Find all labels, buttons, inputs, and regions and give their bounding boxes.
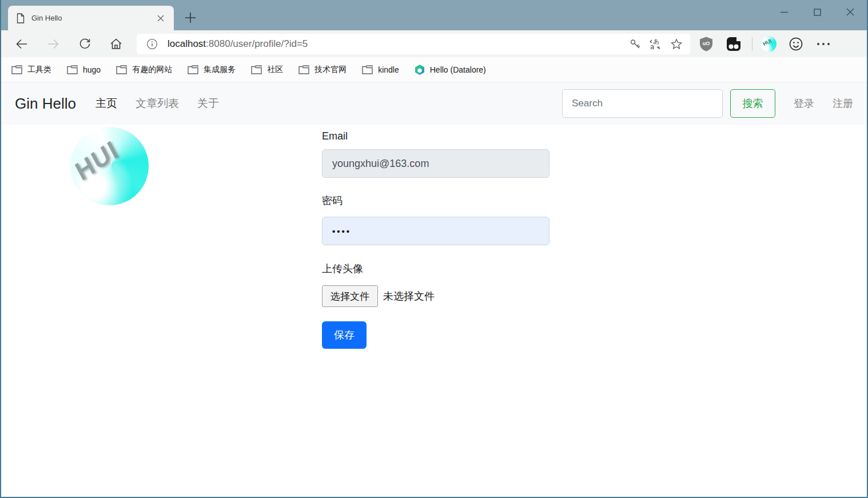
- search-button[interactable]: 搜索: [730, 89, 775, 118]
- password-label: 密码: [322, 194, 550, 208]
- url-text[interactable]: localhost:8080/user/profile/?id=5: [168, 38, 625, 50]
- site-nav-links: 主页 文章列表 关于: [95, 96, 562, 111]
- home-icon[interactable]: [105, 33, 128, 55]
- ublock-extension-icon[interactable]: uO: [695, 33, 718, 55]
- browser-tab[interactable]: Gin Hello: [8, 6, 174, 30]
- favorite-star-icon[interactable]: [666, 35, 687, 53]
- upload-avatar-label: 上传头像: [322, 262, 550, 276]
- tab-title: Gin Hello: [31, 14, 153, 22]
- address-bar[interactable]: localhost:8080/user/profile/?id=5 あ a: [137, 34, 690, 54]
- nav-item-articles[interactable]: 文章列表: [136, 96, 179, 111]
- bookmark-label: kindle: [378, 65, 399, 74]
- bookmark-label: 集成服务: [204, 65, 236, 75]
- page-content: HUI Email 密码 上传头像 选择文件 未选择文件 保存: [1, 125, 867, 497]
- save-button[interactable]: 保存: [322, 321, 367, 349]
- bookmark-folder-fun-sites[interactable]: 有趣的网站: [116, 65, 172, 75]
- site-info-icon[interactable]: [144, 35, 161, 53]
- email-field: [322, 149, 550, 178]
- email-label: Email: [322, 130, 550, 142]
- dark-extension-icon[interactable]: [722, 33, 745, 55]
- url-path: :8080/user/profile/?id=5: [206, 38, 308, 49]
- toolbar-divider: [752, 37, 752, 51]
- settings-more-icon[interactable]: [812, 33, 835, 55]
- bookmark-folder-kindle[interactable]: kindle: [362, 65, 399, 74]
- bookmark-label: 社区: [267, 65, 283, 75]
- tab-strip: Gin Hello: [1, 0, 867, 30]
- password-key-icon[interactable]: [625, 35, 646, 53]
- browser-window: Gin Hello: [0, 0, 868, 498]
- profile-form: Email 密码 上传头像 选择文件 未选择文件 保存: [322, 130, 550, 349]
- forward-icon[interactable]: [42, 33, 65, 55]
- back-icon[interactable]: [10, 33, 33, 55]
- bookmark-label: 有趣的网站: [132, 65, 172, 75]
- bookmark-folder-tools[interactable]: 工具类: [11, 65, 51, 75]
- browser-toolbar: localhost:8080/user/profile/?id=5 あ a uO: [1, 30, 867, 57]
- refresh-icon[interactable]: [73, 33, 96, 55]
- site-brand[interactable]: Gin Hello: [15, 95, 76, 113]
- choose-file-button[interactable]: 选择文件: [322, 285, 378, 307]
- new-tab-button[interactable]: [182, 9, 199, 26]
- avatar-text: HUI: [71, 135, 124, 186]
- login-link[interactable]: 登录: [794, 97, 814, 110]
- nav-item-about[interactable]: 关于: [197, 96, 219, 111]
- window-controls: [767, 0, 867, 24]
- avatar-text: HUI: [762, 37, 773, 46]
- profile-avatar-image: HUI: [70, 127, 149, 205]
- svg-text:uO: uO: [703, 41, 710, 46]
- bookmark-label: 技术官网: [314, 65, 347, 75]
- maximize-button[interactable]: [801, 0, 834, 24]
- close-window-button[interactable]: [834, 0, 867, 24]
- page-document-icon: [16, 13, 25, 23]
- bookmarks-bar: 工具类 hugo 有趣的网站 集成服务 社区 技术官网 kindle: [1, 57, 867, 82]
- bookmark-folder-tech-sites[interactable]: 技术官网: [298, 65, 347, 75]
- file-status-text: 未选择文件: [383, 289, 435, 303]
- bookmark-datalore[interactable]: Hello (Datalore): [415, 64, 486, 75]
- feedback-smiley-icon[interactable]: [785, 33, 807, 55]
- minimize-button[interactable]: [767, 0, 801, 24]
- file-input-row: 选择文件 未选择文件: [322, 285, 550, 307]
- search-input[interactable]: [562, 89, 723, 118]
- svg-text:a: a: [650, 43, 654, 51]
- bookmark-folder-hugo[interactable]: hugo: [67, 65, 101, 74]
- password-field[interactable]: [322, 217, 550, 245]
- profile-avatar-button[interactable]: HUI: [757, 33, 780, 55]
- bookmark-folder-community[interactable]: 社区: [251, 65, 283, 75]
- nav-item-home[interactable]: 主页: [95, 96, 117, 111]
- bookmark-label: hugo: [83, 65, 101, 74]
- tab-close-icon[interactable]: [153, 11, 168, 26]
- bookmark-folder-integrations[interactable]: 集成服务: [188, 65, 236, 75]
- bookmark-label: Hello (Datalore): [430, 65, 486, 74]
- avatar: HUI: [761, 36, 777, 52]
- bookmark-label: 工具类: [27, 65, 51, 75]
- translate-icon[interactable]: あ a: [646, 35, 666, 53]
- register-link[interactable]: 注册: [833, 97, 853, 110]
- url-host: localhost: [168, 38, 206, 49]
- site-navbar: Gin Hello 主页 文章列表 关于 搜索 登录 注册: [1, 82, 867, 125]
